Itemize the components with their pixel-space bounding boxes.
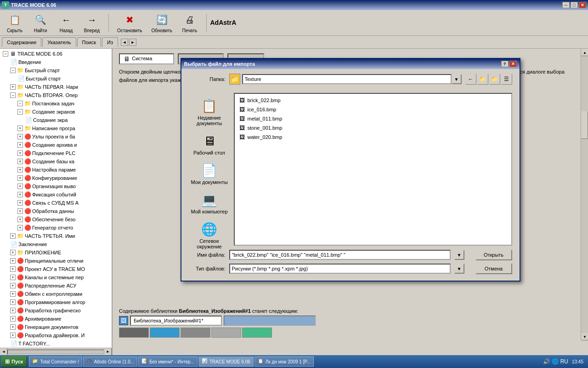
close-btn[interactable]: ✕ [579,2,586,8]
proekt-asu-toggle[interactable]: + [10,266,16,272]
tree-item-sozdanie-bazy[interactable]: + 🔴 Создание базы ка [1,157,111,166]
tree-item-sozdanie-arh[interactable]: + 🔴 Создание архива и [1,141,111,149]
generator-toggle[interactable]: + [17,225,23,230]
stop-button[interactable]: ✖ Остановить [114,12,145,34]
filetype-input[interactable] [229,264,451,274]
tree-item-org-vyvod[interactable]: + 🔴 Организация выво [1,182,111,190]
taskbar-item-trace[interactable]: 📊 TRACE MODE 6.06 [198,356,254,367]
tab-search[interactable]: Поиск [77,37,101,47]
back-button[interactable]: ← Назад [55,12,77,34]
tree-item-quick-start[interactable]: − 📁 Быстрый старт [1,66,111,75]
svyaz-toggle[interactable]: + [17,200,23,206]
tree-item-proekt-asu[interactable]: + 🔴 Проект АСУ в TRACE МО [1,265,111,273]
taskbar-item-allods[interactable]: 🎮 Allods Online (1.0... [83,356,137,367]
tree-item-obespechenie[interactable]: + 🔴 Обеспечение безо [1,215,111,224]
filename-input[interactable] [229,250,451,260]
podkl-toggle[interactable]: + [17,150,23,156]
file-item-metal[interactable]: 🖼 metal_011.bmp [237,114,509,123]
tree-item-part1[interactable]: + 📁 ЧАСТЬ ПЕРВАЯ. Нари [1,83,111,91]
tree-item-svyaz[interactable]: + 🔴 Связь с СУБД MS А [1,199,111,207]
nav-view-btn[interactable]: ☰ [501,74,512,85]
tree-item-zakl[interactable]: 📄 Заключение [1,240,111,248]
left-scrollbar[interactable]: ◄ ► [0,348,112,355]
hscroll-track[interactable] [7,350,104,354]
postanovka-toggle[interactable]: − [17,101,23,106]
filetype-dropdown[interactable]: ▼ [454,264,464,274]
folder-input[interactable] [242,74,452,84]
shortcut-my-docs[interactable]: 📄 Мои документы [189,159,230,187]
arhiv-toggle[interactable]: + [10,316,16,322]
start-button[interactable]: ⊞ Пуск [1,356,27,367]
napisanie-toggle[interactable]: + [17,126,23,131]
tree-item-generator[interactable]: + 🔴 Генератор отчето [1,224,111,232]
tree-item-kanaly[interactable]: + 🔴 Каналы и системные пер [1,273,111,282]
find-button[interactable]: 🔍 Найти [29,12,51,34]
tree-item-uzly[interactable]: + 🔴 Узлы проекта и ба [1,132,111,141]
tree-item-programm[interactable]: + 🔴 Программирование алгор [1,298,111,306]
tree-item-part3[interactable]: + 📁 ЧАСТЬ ТРЕТЬЯ. Ими [1,232,111,240]
tree-item-sozdanie-ekr[interactable]: − 📁 Создание экранов [1,108,111,116]
shortcut-recent[interactable]: 📋 Недавние документы [189,95,230,128]
maximize-btn[interactable]: □ [571,2,578,8]
tree-item-vvedenie[interactable]: 📄 Введение [1,58,111,66]
nav-up-btn[interactable]: 📁 [477,74,488,85]
tree-item-razrabotka-graf[interactable]: + 🔴 Разработка графическо [1,306,111,315]
quick-start-toggle[interactable]: − [10,68,16,73]
raspredelennye-toggle[interactable]: + [10,283,16,288]
uzly-toggle[interactable]: + [17,134,23,139]
org-vyvod-toggle[interactable]: + [17,184,23,189]
minimize-btn[interactable]: ─ [562,2,570,8]
obrabotka-toggle[interactable]: + [17,208,23,214]
taskbar-item-lk[interactable]: 📋 Лк дн инж 2009 1 [P... [254,356,314,367]
forward-button[interactable]: → Вперед [81,12,103,34]
tree-item-napisanie[interactable]: + 📁 Написание програ [1,124,111,132]
adastra-button[interactable]: AdAstrA [212,14,234,32]
file-list[interactable]: 🖼 brick_022.bmp 🖼 ice_016.bmp 🖼 metal_01… [234,93,512,246]
tree-item-obrabotka[interactable]: + 🔴 Обработка данны [1,207,111,215]
tree-item-fiksatsiya[interactable]: + 🔴 Фиксация событий [1,190,111,199]
nastroyka-toggle[interactable]: + [17,167,23,172]
tree-item-raspredelennye[interactable]: + 🔴 Распределенные АСУ [1,282,111,290]
tree-item-arhiv[interactable]: + 🔴 Архивирование [1,315,111,323]
taskbar-item-notepad[interactable]: 📝 Без имени* - Интер... [138,356,198,367]
tree-item-part2[interactable]: − 📁 ЧАСТЬ ВТОРАЯ. Опер [1,91,111,99]
sozdanie-ekr-toggle[interactable]: − [17,109,23,115]
scroll-down[interactable]: ▼ [581,333,588,340]
root-toggle[interactable]: − [3,51,8,57]
file-item-water[interactable]: 🖼 water_020.bmp [237,132,509,142]
file-item-brick[interactable]: 🖼 brick_022.bmp [237,96,509,105]
scroll-right[interactable]: ► [104,348,112,356]
shortcut-my-computer[interactable]: 💻 Мой компьютер [189,189,230,216]
shortcut-desktop[interactable]: 🖥 Рабочий стол [189,130,230,157]
tree-item-podkl[interactable]: + 🔴 Подключение PLC [1,149,111,157]
razrabotka-graf-toggle[interactable]: + [10,308,16,313]
tree-item-sozdanie-ekra[interactable]: 📄 Создание экра [1,116,111,124]
dialog-close-btn[interactable]: ✕ [509,61,517,67]
lang-indicator[interactable]: RU [560,358,568,365]
tab-index[interactable]: Указатель [42,37,76,47]
obmen-toggle[interactable]: + [10,291,16,297]
scroll-left[interactable]: ◄ [0,348,7,356]
cancel-button[interactable]: Отмена [475,263,512,274]
part2-toggle[interactable]: − [10,92,16,98]
dialog-help-btn[interactable]: ? [501,61,509,67]
tab-from[interactable]: Из [102,37,118,47]
file-item-ice[interactable]: 🖼 ice_016.bmp [237,105,509,114]
nav-right-arrow[interactable]: ► [129,39,136,46]
fiksatsiya-toggle[interactable]: + [17,192,23,197]
print-button[interactable]: 🖨 Печать [179,12,201,34]
sozdanie-bazy-toggle[interactable]: + [17,159,23,164]
folder-dropdown-arrow[interactable]: ▼ [452,74,462,84]
tree-item-nastroyka[interactable]: + 🔴 Настройка параме [1,166,111,174]
nav-left-arrow[interactable]: ◄ [121,39,128,46]
tree-item-obmen[interactable]: + 🔴 Обмен с контроллерами [1,290,111,298]
file-item-stone[interactable]: 🖼 stone_001.bmp [237,123,509,132]
tree-container[interactable]: − 🖥 TRACE MODE 6.06 📄 Введение − 📁 Быстр… [0,49,112,348]
tab-contents[interactable]: Содержание [2,37,41,47]
right-scrollbar[interactable]: ▲ ▼ [581,49,588,340]
kanaly-toggle[interactable]: + [10,275,16,280]
tree-item-konfig[interactable]: + 🔴 Конфигурирование [1,174,111,182]
scroll-thumb[interactable] [581,111,588,139]
hide-button[interactable]: 📋 Скрыть [4,12,26,34]
tree-item-quick-start-sub[interactable]: 📄 Быстрый старт [1,75,111,83]
